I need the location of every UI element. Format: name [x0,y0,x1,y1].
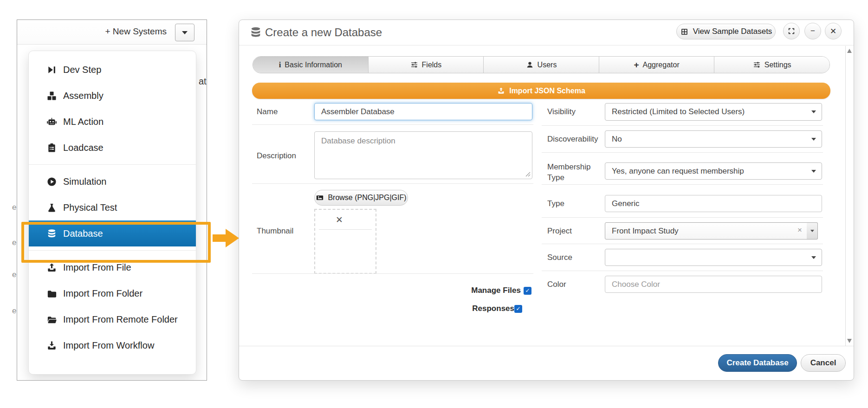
project-label: Project [547,227,572,236]
membership-type-label: Membership Type [547,162,598,183]
close-icon: ✕ [830,26,836,36]
project-value: Front Impact Study [612,227,679,236]
thumbnail-divider [319,229,372,230]
scroll-down-icon[interactable] [847,339,852,343]
import-json-schema-button[interactable]: Import JSON Schema [252,83,830,99]
chevron-down-icon [811,138,816,141]
row-divider [542,184,823,185]
type-input[interactable] [605,195,822,212]
description-textarea[interactable] [314,131,532,179]
upload-icon [497,87,505,95]
tab-label: Fields [422,61,442,69]
menu-item-physical-test[interactable]: Physical Test [29,194,196,220]
row-divider [542,152,823,153]
step-forward-icon [46,65,57,75]
menu-item-simulation[interactable]: Simulation [29,168,196,194]
footer-divider [239,346,854,346]
tab-settings[interactable]: Settings [714,57,829,73]
folder-icon [46,288,57,299]
menu-item-ml-action[interactable]: ML Action [29,109,196,135]
discoverability-value: No [612,135,622,144]
menu-divider [29,250,196,251]
thumbnail-label: Thumbnail [257,227,293,236]
tab-fields[interactable]: Fields [369,57,484,73]
menu-divider [29,164,196,165]
menu-item-label: Import From Remote Folder [63,314,178,325]
project-caret-button[interactable] [807,222,818,240]
source-select[interactable] [605,249,822,266]
membership-type-select[interactable]: Yes, anyone can request membership [605,162,822,180]
database-icon [46,228,57,239]
menu-item-import-from-file[interactable]: Import From File [29,254,196,280]
thumbnail-browse-label: Browse (PNG|JPG|GIF) [328,194,406,202]
new-systems-caret-button[interactable] [175,24,194,41]
tab-users[interactable]: Users [484,57,599,73]
create-database-modal: Create a new Database View Sample Datase… [239,19,854,381]
discoverability-select[interactable]: No [605,130,822,148]
scroll-up-icon[interactable] [847,49,852,53]
caret-down-icon [810,230,814,232]
menu-item-label: Dev Step [63,65,101,75]
clipped-text-fragment: e [12,203,16,212]
visibility-select[interactable]: Restricted (Limited to Selected Users) [605,103,822,121]
modal-header: Create a new Database View Sample Datase… [239,20,854,45]
minimize-button[interactable]: − [804,23,821,39]
modal-scrollbar[interactable] [845,46,853,346]
menu-item-loadcase[interactable]: Loadcase [29,135,196,161]
image-icon [316,194,324,202]
menu-item-import-from-workflow[interactable]: Import From Workflow [29,332,196,358]
upload-icon [46,262,57,273]
project-combobox[interactable]: Front Impact Study × [605,222,807,240]
manage-files-checkbox-row[interactable]: Manage Files ✓ [434,285,531,297]
visibility-label: Visibility [547,107,576,117]
clipboard-list-icon [46,142,57,153]
row-divider [542,244,823,244]
visibility-value: Restricted (Limited to Selected Users) [612,107,745,117]
caret-down-icon [182,31,188,34]
expand-icon [788,27,795,35]
responses-checkbox-row[interactable]: Responses ✓ [425,303,522,315]
discoverability-label: Discoverability [547,135,598,144]
menu-item-label: Import From Folder [63,288,143,299]
tab-label: Users [538,61,557,69]
new-systems-button[interactable]: + New Systems [105,26,167,37]
manage-files-checkbox[interactable]: ✓ [524,287,531,295]
close-button[interactable]: ✕ [825,23,842,39]
color-input[interactable] [605,276,822,293]
robot-icon [46,117,57,127]
user-icon [526,61,534,69]
row-divider [542,217,823,218]
play-circle-icon [46,176,57,187]
tab-basic-information[interactable]: i Basic Information [253,57,369,73]
thumbnail-browse-button[interactable]: Browse (PNG|JPG|GIF) [314,190,408,206]
responses-checkbox[interactable]: ✓ [514,305,522,313]
clipped-text-fragment: at [199,76,207,87]
screenshot-root: e e e e + New Systems at Dev Step Assemb… [0,0,868,408]
description-field-wrap [314,131,532,179]
project-clear-icon[interactable]: × [797,226,802,235]
minus-icon: − [810,26,815,36]
clipped-text-fragment: e [12,238,16,247]
systems-panel: + New Systems at Dev Step Assembly ML Ac… [17,19,207,381]
cancel-button[interactable]: Cancel [801,354,846,372]
modal-tabbar: i Basic Information Fields Users + Aggre… [253,56,830,73]
create-database-button[interactable]: Create Database [718,354,797,372]
menu-item-label: Simulation [63,176,106,187]
menu-item-import-from-folder[interactable]: Import From Folder [29,280,196,306]
clipped-text-fragment: e [12,306,16,316]
name-input[interactable] [314,103,532,120]
menu-item-assembly[interactable]: Assembly [29,83,196,109]
menu-item-database[interactable]: Database [29,220,196,246]
menu-item-import-from-remote-folder[interactable]: Import From Remote Folder [29,306,196,332]
resize-grip-icon[interactable] [525,172,531,177]
expand-button[interactable] [783,23,800,39]
thumbnail-clear-icon[interactable]: ✕ [336,214,343,225]
thumbnail-dropzone[interactable]: ✕ [314,209,376,274]
name-label: Name [257,107,278,117]
description-label: Description [257,151,296,161]
tab-aggregator[interactable]: + Aggregator [599,57,715,73]
view-sample-datasets-button[interactable]: View Sample Datasets [676,24,776,39]
membership-type-value: Yes, anyone can request membership [612,167,744,176]
modal-title: Create a new Database [265,20,382,45]
menu-item-dev-step[interactable]: Dev Step [29,57,196,83]
